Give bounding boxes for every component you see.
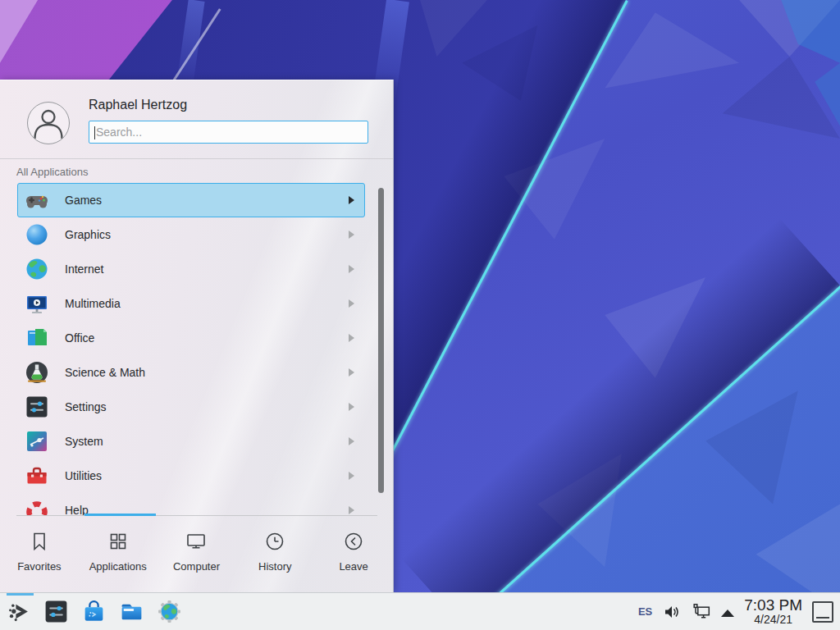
- sliders-icon: [24, 394, 50, 420]
- toolbox-icon: [24, 463, 50, 489]
- menu-item-science-math[interactable]: Science & Math: [17, 355, 365, 390]
- leave-icon: [342, 530, 365, 553]
- menu-item-utilities[interactable]: Utilities: [17, 459, 365, 493]
- lifebuoy-icon: [24, 497, 50, 515]
- application-launcher-menu: Raphael Hertzog All Applications Games G…: [0, 80, 394, 592]
- network-icon[interactable]: [692, 602, 711, 622]
- system-settings-icon[interactable]: [43, 598, 70, 625]
- computer-icon: [185, 530, 208, 553]
- flask-icon: [24, 359, 50, 386]
- user-avatar[interactable]: [27, 102, 70, 144]
- show-desktop-button[interactable]: [812, 601, 833, 623]
- list-scrollbar[interactable]: [378, 188, 384, 493]
- tab-computer[interactable]: Computer: [158, 522, 236, 587]
- menu-item-internet[interactable]: Internet: [17, 252, 365, 286]
- monitor-play-icon: [24, 290, 50, 317]
- list-scroll-indicator: [84, 514, 156, 516]
- discover-icon[interactable]: [80, 598, 107, 625]
- taskbar-launchers: [5, 593, 183, 630]
- dolphin-file-manager-icon[interactable]: [118, 598, 145, 625]
- clock-icon: [263, 530, 286, 553]
- application-category-list: Games Graphics Internet Multimedia O: [0, 183, 393, 515]
- clock-date: 4/24/21: [754, 614, 792, 626]
- search-input[interactable]: [89, 121, 368, 143]
- submenu-arrow-icon: [349, 299, 354, 308]
- desktop: Raphael Hertzog All Applications Games G…: [0, 0, 840, 630]
- submenu-arrow-icon: [349, 506, 354, 514]
- launcher-header: Raphael Hertzog: [0, 80, 393, 158]
- header-divider: [0, 158, 393, 159]
- tab-leave[interactable]: Leave: [314, 522, 393, 587]
- launcher-tab-bar: Favorites Applications Computer History …: [0, 522, 393, 587]
- submenu-arrow-icon: [349, 265, 354, 273]
- text-cursor: [94, 126, 95, 139]
- tray-expand-arrow-icon[interactable]: [721, 609, 734, 617]
- user-name: Raphael Hertzog: [89, 98, 187, 112]
- submenu-arrow-icon: [349, 231, 354, 239]
- clock-time: 7:03 PM: [744, 597, 802, 614]
- submenu-arrow-icon: [349, 403, 354, 411]
- menu-item-multimedia[interactable]: Multimedia: [17, 286, 365, 321]
- tab-history[interactable]: History: [235, 522, 314, 587]
- menu-item-system[interactable]: System: [17, 424, 365, 459]
- gamepad-icon: [24, 187, 50, 213]
- list-bottom-divider: [16, 515, 377, 516]
- menu-item-games[interactable]: Games: [17, 183, 365, 217]
- globe-icon: [24, 256, 50, 282]
- keyboard-layout-indicator[interactable]: ES: [638, 605, 652, 618]
- submenu-arrow-icon: [349, 334, 354, 342]
- submenu-arrow-icon: [349, 472, 354, 480]
- bookmark-icon: [28, 530, 51, 553]
- web-browser-icon[interactable]: [156, 598, 183, 625]
- menu-item-office[interactable]: Office: [17, 321, 365, 355]
- section-label: All Applications: [16, 166, 88, 178]
- submenu-arrow-icon: [349, 368, 354, 377]
- volume-icon[interactable]: [662, 602, 682, 622]
- submenu-arrow-icon: [349, 437, 354, 445]
- system-tray: ES 7:03 PM 4/24/21: [638, 593, 833, 630]
- sphere-icon: [24, 221, 50, 248]
- taskbar: ES 7:03 PM 4/24/21: [0, 592, 840, 630]
- grid-icon: [107, 530, 130, 553]
- menu-item-help[interactable]: Help: [17, 493, 365, 515]
- kde-launcher-icon[interactable]: [5, 598, 32, 625]
- tab-favorites[interactable]: Favorites: [0, 522, 79, 587]
- digital-clock[interactable]: 7:03 PM 4/24/21: [744, 597, 802, 626]
- documents-icon: [24, 325, 50, 351]
- search-box: [89, 121, 368, 144]
- submenu-arrow-icon: [349, 196, 354, 204]
- menu-item-settings[interactable]: Settings: [17, 390, 365, 424]
- system-slider-icon: [24, 428, 50, 454]
- tab-applications[interactable]: Applications: [79, 522, 158, 587]
- menu-item-graphics[interactable]: Graphics: [17, 217, 365, 252]
